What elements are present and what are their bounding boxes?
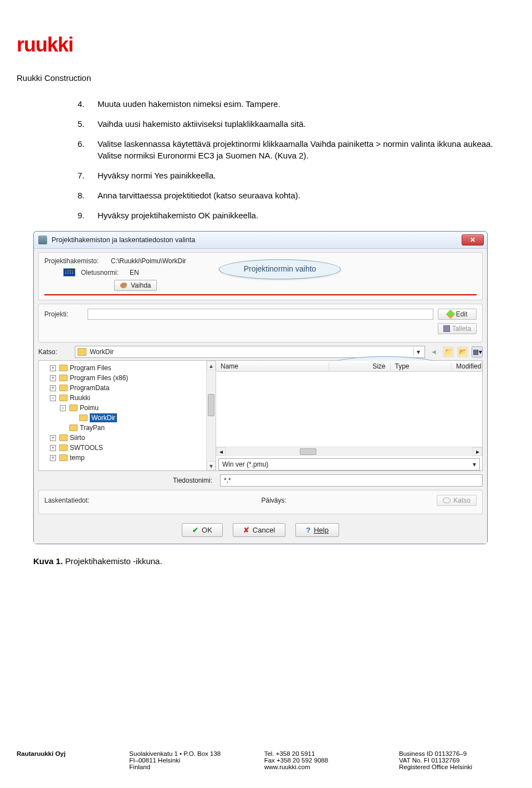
- folder-icon: [59, 385, 68, 391]
- collapse-icon[interactable]: −: [60, 405, 66, 411]
- eu-flag-icon: [63, 268, 75, 277]
- chevron-down-icon[interactable]: ▾: [413, 347, 422, 356]
- tree-item[interactable]: Poimu: [80, 404, 99, 412]
- scroll-up-icon[interactable]: ▴: [207, 361, 216, 370]
- step-num: 5.: [78, 118, 98, 130]
- footer-addr3: Finland: [129, 764, 240, 770]
- expand-icon[interactable]: +: [50, 385, 56, 391]
- dialog-window: Projektihakemiston ja laskentatiedoston …: [33, 231, 488, 544]
- folder-icon: [59, 375, 68, 381]
- laskentatiedot-label: Laskentatiedot:: [44, 497, 111, 504]
- vaihda-button[interactable]: Vaihda: [114, 280, 157, 291]
- filetype-filter[interactable]: Win ver (*.pmu) ▾: [218, 458, 480, 470]
- scroll-thumb[interactable]: [208, 394, 214, 416]
- palette-icon: [120, 283, 128, 288]
- folder-icon: [59, 444, 68, 451]
- edit-button[interactable]: Edit: [438, 309, 477, 320]
- disk-icon: [443, 325, 450, 332]
- tree-scrollbar[interactable]: ▴ ▾: [206, 361, 216, 470]
- footer-web: www.ruukki.com: [264, 764, 375, 770]
- expand-icon[interactable]: +: [50, 455, 56, 461]
- file-list[interactable]: Name Size Type Modified ◂ ▸: [216, 361, 482, 470]
- step-text: Vaihda uusi hakemisto aktiiviseksi tupla…: [98, 118, 504, 130]
- path-label: Projektihakemisto:: [44, 257, 111, 265]
- folder-icon: [79, 415, 88, 421]
- ok-button[interactable]: ✔ OK: [182, 523, 223, 537]
- scroll-thumb[interactable]: [300, 448, 316, 455]
- file-explorer: +Program Files +Program Files (x86) +Pro…: [38, 360, 483, 471]
- red-underline: [44, 294, 477, 295]
- tree-item[interactable]: Siirto: [70, 434, 85, 442]
- col-name-header[interactable]: Name: [216, 362, 329, 370]
- dialog-buttons: ✔ OK ✘ Cancel ? Help: [34, 518, 487, 544]
- expand-icon[interactable]: +: [50, 365, 56, 371]
- step-text: Anna tarvittaessa projektitiedot (katso …: [98, 190, 504, 202]
- scroll-down-icon[interactable]: ▾: [207, 461, 216, 470]
- window-title: Projektihakemiston ja laskentatiedoston …: [52, 236, 462, 244]
- katso-button[interactable]: Katso: [437, 495, 477, 506]
- caption-text: Projektihakemisto -ikkuna.: [63, 556, 162, 566]
- col-modified-header[interactable]: Modified: [452, 362, 482, 370]
- filter-value: Win ver (*.pmu): [222, 460, 268, 468]
- tree-item[interactable]: SWTOOLS: [70, 444, 103, 452]
- folder-icon: [69, 424, 78, 431]
- folder-icon: [59, 454, 68, 461]
- filename-value: *.*: [224, 477, 231, 484]
- expand-icon[interactable]: +: [50, 375, 56, 381]
- save-label: Talleta: [452, 325, 472, 332]
- footer-bid: Business ID 0113276–9: [399, 750, 510, 757]
- katso-value: WorkDir: [90, 348, 114, 356]
- step-num: 6.: [78, 138, 98, 162]
- expand-icon[interactable]: +: [50, 435, 56, 441]
- scroll-left-icon[interactable]: ◂: [216, 447, 226, 456]
- save-button[interactable]: Talleta: [438, 323, 477, 334]
- folder-icon: [59, 434, 68, 441]
- scroll-right-icon[interactable]: ▸: [473, 447, 482, 456]
- titlebar: Projektihakemiston ja laskentatiedoston …: [34, 232, 487, 249]
- col-type-header[interactable]: Type: [391, 362, 452, 370]
- back-icon[interactable]: ◄: [428, 346, 439, 357]
- katso-label: Katso:: [38, 348, 71, 356]
- folder-tree[interactable]: +Program Files +Program Files (x86) +Pro…: [39, 361, 216, 470]
- eye-icon: [443, 498, 451, 503]
- footer-company: Rautaruukki Oyj: [17, 750, 105, 770]
- tree-item[interactable]: Ruukki: [70, 394, 90, 402]
- step-num: 8.: [78, 190, 98, 202]
- step-num: 9.: [78, 209, 98, 222]
- tree-item[interactable]: temp: [70, 454, 85, 462]
- tree-item-selected[interactable]: WorkDir: [90, 413, 117, 422]
- tree-item[interactable]: TrayPan: [80, 424, 105, 432]
- filename-input[interactable]: *.*: [220, 474, 483, 487]
- page-footer: Rautaruukki Oyj Suolakivenkatu 1 • P.O. …: [17, 750, 510, 770]
- paivays-label: Päiväys:: [261, 497, 286, 504]
- katso-btn-label: Katso: [453, 497, 470, 504]
- tree-item[interactable]: ProgramData: [70, 384, 109, 392]
- step-num: 4.: [78, 98, 98, 110]
- folder-up-icon[interactable]: 📁: [443, 346, 454, 357]
- view-menu-icon[interactable]: ▦▾: [472, 346, 483, 357]
- norm-label: Oletusnormi:: [81, 269, 130, 277]
- projekti-input[interactable]: [88, 309, 433, 320]
- footer-addr2: FI–00811 Helsinki: [129, 757, 240, 764]
- list-hscrollbar[interactable]: ◂ ▸: [216, 447, 482, 456]
- step-text: Valitse laskennassa käytettävä projektin…: [98, 138, 504, 162]
- close-button[interactable]: ✕: [462, 234, 484, 245]
- filename-label: Tiedostonimi:: [38, 477, 216, 484]
- tree-item[interactable]: Program Files: [70, 364, 111, 372]
- help-label: Help: [314, 526, 329, 534]
- chevron-down-icon[interactable]: ▾: [473, 460, 476, 468]
- edit-label: Edit: [456, 310, 468, 318]
- expand-icon[interactable]: +: [50, 445, 56, 451]
- footer-tel: Tel. +358 20 5911: [264, 750, 375, 757]
- folder-icon: [59, 395, 68, 401]
- pencil-icon: [446, 310, 455, 319]
- new-folder-icon[interactable]: 📂: [457, 346, 468, 357]
- help-button[interactable]: ? Help: [295, 523, 339, 537]
- ok-label: OK: [202, 526, 212, 534]
- path-value: C:\Ruukki\Poimu\WorkDir: [111, 257, 186, 265]
- tree-item[interactable]: Program Files (x86): [70, 374, 128, 382]
- col-size-header[interactable]: Size: [329, 362, 391, 370]
- cancel-button[interactable]: ✘ Cancel: [233, 523, 285, 537]
- collapse-icon[interactable]: −: [50, 395, 56, 401]
- step-num: 7.: [78, 170, 98, 182]
